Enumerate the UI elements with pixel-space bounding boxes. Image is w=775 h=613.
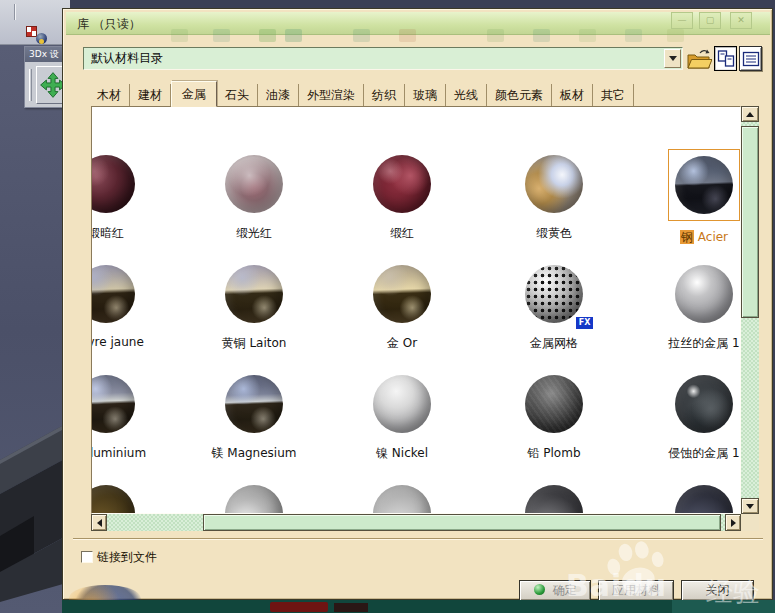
material-item[interactable]: Cuivre jaune — [91, 265, 171, 349]
tab-glass[interactable]: 玻璃 — [405, 84, 446, 106]
ok-button[interactable]: 确定 — [519, 580, 591, 601]
material-item[interactable]: 铝 Aluminium — [91, 375, 171, 462]
toolbar-grip[interactable] — [29, 69, 32, 101]
material-sphere — [373, 485, 431, 514]
material-sphere — [525, 265, 583, 323]
toolbar-separator — [14, 4, 16, 20]
material-item[interactable]: 缎光红 — [189, 155, 319, 242]
catalog-value: 默认材料目录 — [91, 51, 163, 65]
scroll-right-button[interactable] — [725, 514, 741, 531]
maximize-button[interactable]: ▢ — [699, 12, 721, 29]
material-label: 拉丝的金属 1 — [639, 335, 741, 352]
scrollbar-corner — [741, 514, 759, 531]
material-sphere — [91, 375, 135, 433]
material-sphere — [373, 375, 431, 433]
link-to-file-label: 链接到文件 — [97, 549, 157, 566]
combobox-dropdown-button[interactable] — [664, 49, 681, 68]
material-item[interactable]: 缎暗红 — [91, 155, 171, 242]
arrow-down-icon — [746, 504, 754, 513]
close-button[interactable]: ✕ — [730, 12, 752, 29]
scroll-up-button[interactable] — [741, 106, 759, 122]
screen: 3Dx 设 库 （只读） — ▢ ✕ — [0, 0, 775, 613]
arrow-left-icon — [93, 519, 102, 527]
material-sphere — [225, 485, 283, 514]
material-label: 铅 Plomb — [489, 445, 619, 462]
tab-shape-render[interactable]: 外型渲染 — [299, 84, 364, 106]
material-sphere — [91, 485, 135, 514]
material-item[interactable]: 黄铜 Laiton — [189, 265, 319, 352]
material-item[interactable]: 缎黄色 — [489, 155, 619, 242]
chevron-down-icon — [669, 56, 677, 65]
render-material-icon[interactable] — [26, 26, 37, 37]
fx-badge: FX — [576, 317, 593, 329]
material-label: 缎黄色 — [489, 225, 619, 242]
material-item[interactable] — [639, 485, 741, 514]
dialog-title: 库 （只读） — [77, 16, 141, 33]
material-item[interactable]: 缎红 — [337, 155, 467, 242]
material-label: 镁 Magnesium — [189, 445, 319, 462]
large-icon-view-button[interactable] — [714, 46, 737, 71]
tab-wood[interactable]: 木材 — [89, 84, 130, 106]
tab-color-elements[interactable]: 颜色元素 — [487, 84, 552, 106]
material-item[interactable]: 镍 Nickel — [337, 375, 467, 462]
icon-view-icon — [717, 49, 735, 68]
tab-light[interactable]: 光线 — [446, 84, 487, 106]
material-label: 钢 Acier — [639, 229, 741, 246]
material-sphere — [225, 265, 283, 323]
material-label: 侵蚀的金属 1 — [639, 445, 741, 462]
material-sphere — [91, 155, 135, 213]
material-item-selected[interactable]: 钢 Acier — [639, 149, 741, 246]
tab-fabric[interactable]: 纺织 — [364, 84, 405, 106]
compass-icon[interactable] — [36, 33, 47, 44]
apply-material-button[interactable]: 应用材料 — [598, 580, 674, 601]
material-item[interactable]: 镁 Magnesium — [189, 375, 319, 462]
material-sphere — [91, 265, 135, 323]
material-sphere — [675, 265, 733, 323]
material-sphere — [675, 485, 733, 514]
material-sphere — [525, 485, 583, 514]
material-item[interactable] — [489, 485, 619, 514]
strip-artifact — [334, 603, 368, 612]
ok-orb-icon — [534, 584, 545, 595]
tab-other[interactable]: 其它 — [593, 84, 634, 106]
selection-border — [668, 149, 740, 221]
tab-sheet[interactable]: 板材 — [552, 84, 593, 106]
strip-artifact — [270, 602, 328, 612]
catalog-combobox[interactable]: 默认材料目录 — [83, 47, 683, 70]
material-sphere — [675, 156, 733, 214]
bottom-strip — [62, 600, 775, 613]
material-label: 缎暗红 — [91, 225, 171, 242]
material-item[interactable] — [337, 485, 467, 514]
material-item[interactable] — [91, 485, 171, 514]
material-item[interactable]: 金 Or — [337, 265, 467, 352]
tab-metal-active[interactable]: 金属 — [171, 81, 217, 107]
footer-divider — [73, 538, 763, 540]
horizontal-scrollbar[interactable] — [91, 514, 741, 531]
material-sphere — [525, 375, 583, 433]
tab-stone[interactable]: 石头 — [217, 84, 258, 106]
3d-part-model — [0, 410, 70, 613]
details-view-button[interactable] — [739, 46, 762, 71]
material-label: 镍 Nickel — [337, 445, 467, 462]
minimize-button[interactable]: — — [671, 12, 693, 29]
open-catalog-button[interactable] — [685, 46, 713, 71]
vertical-scroll-thumb[interactable] — [741, 126, 759, 318]
scroll-left-button[interactable] — [91, 514, 107, 531]
material-item[interactable] — [189, 485, 319, 514]
material-label: 缎红 — [337, 225, 467, 242]
material-label: Cuivre jaune — [91, 335, 171, 349]
material-item[interactable]: 侵蚀的金属 1 — [639, 375, 741, 462]
material-item[interactable]: FX 金属网格 — [489, 265, 619, 352]
link-to-file-checkbox[interactable] — [81, 551, 93, 563]
horizontal-scroll-thumb[interactable] — [203, 514, 721, 531]
material-library-dialog: 库 （只读） — ▢ ✕ 默认材料目录 — [62, 8, 773, 600]
close-dialog-button[interactable]: 关闭 — [681, 580, 754, 601]
vertical-scrollbar[interactable] — [741, 106, 759, 514]
material-item[interactable]: 拉丝的金属 1 — [639, 265, 741, 352]
tab-construction[interactable]: 建材 — [130, 84, 171, 106]
material-grid-viewport: 缎暗红 缎光红 缎红 缎黄色 钢 Acier — [91, 106, 741, 514]
material-item[interactable]: 铅 Plomb — [489, 375, 619, 462]
scroll-down-button[interactable] — [741, 498, 759, 514]
arrow-up-icon — [746, 108, 754, 117]
tab-paint[interactable]: 油漆 — [258, 84, 299, 106]
